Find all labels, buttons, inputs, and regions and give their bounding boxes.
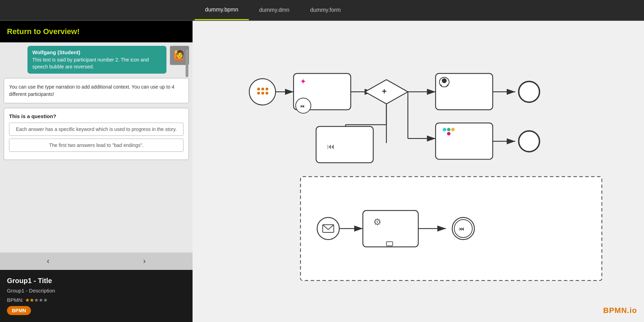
tab-bar: dummy.bpmn dummy.dmn dummy.form [0, 0, 644, 21]
svg-text:⚙: ⚙ [373, 217, 381, 227]
bpmn-watermark: BPMN.io [603, 306, 637, 315]
tab-bpmn[interactable]: dummy.bpmn [195, 0, 249, 20]
tab-form[interactable]: dummy.form [300, 0, 351, 20]
svg-rect-27 [316, 126, 373, 163]
speech-bubble: Wolfgang (Student) This text is said by … [27, 46, 166, 74]
svg-point-3 [261, 88, 264, 90]
svg-text:+: + [382, 86, 387, 96]
speaker-name: Wolfgang (Student) [32, 49, 162, 55]
svg-point-23 [519, 81, 540, 102]
tab-form-label: dummy.form [310, 7, 341, 13]
prev-button[interactable]: ‹ [0, 253, 96, 270]
bpmn-watermark-text: BPMN [603, 306, 627, 315]
next-button[interactable]: › [96, 253, 193, 270]
tab-dmn[interactable]: dummy.dmn [249, 0, 300, 20]
svg-point-19 [442, 78, 447, 83]
svg-point-40 [519, 131, 540, 152]
stars-filled: ★★ [25, 297, 34, 303]
tab-dmn-label: dummy.dmn [259, 7, 290, 13]
svg-point-2 [257, 88, 260, 90]
question-container: This is a question? Each answer has a sp… [3, 108, 189, 160]
question-title: This is a question? [9, 113, 184, 119]
left-panel: Return to Overview! 🙋 Wolfgang (Student)… [0, 21, 193, 322]
bpmn-label-text: BPMN: [7, 297, 24, 303]
story-panel: 🙋 Wolfgang (Student) This text is said b… [0, 42, 193, 253]
svg-text:⏮: ⏮ [327, 142, 335, 151]
narration-box: You can use the type narration to add ad… [3, 78, 189, 104]
bpmn-rating-label: BPMN: ★★★★★ [7, 297, 186, 303]
svg-point-35 [443, 128, 446, 131]
bpmn-tag: BPMN [7, 306, 31, 315]
bpmn-watermark-suffix: .io [627, 306, 637, 315]
stars-empty: ★★★ [34, 297, 48, 303]
svg-text:⏮: ⏮ [300, 103, 305, 109]
chat-container: 🙋 Wolfgang (Student) This text is said b… [3, 46, 189, 74]
svg-point-42 [317, 217, 340, 240]
narration-text: You can use the type narration to add ad… [9, 84, 174, 97]
group-title: Group1 - Title [7, 277, 186, 285]
scrollbar-thumb[interactable] [186, 49, 188, 77]
svg-text:✦: ✦ [300, 77, 306, 86]
svg-point-1 [249, 79, 276, 105]
svg-point-5 [257, 92, 260, 94]
answer-option-2[interactable]: The first two answers lead to "bad endin… [9, 139, 184, 152]
svg-point-4 [266, 88, 268, 90]
nav-buttons: ‹ › [0, 253, 193, 270]
svg-text:⏮: ⏮ [459, 226, 464, 232]
svg-point-37 [451, 128, 455, 131]
group-info: Group1 - Title Group1 - Description BPMN… [0, 270, 193, 322]
svg-point-6 [261, 92, 264, 94]
svg-point-36 [447, 128, 450, 131]
svg-point-38 [447, 132, 450, 135]
return-button[interactable]: Return to Overview! [0, 21, 193, 42]
main-content: Return to Overview! 🙋 Wolfgang (Student)… [0, 21, 644, 322]
group-description: Group1 - Description [7, 288, 186, 294]
tab-bpmn-label: dummy.bpmn [205, 7, 238, 13]
diagram-panel: ✦ ⏮ + [193, 21, 644, 322]
speaker-text: This text is said by participant number … [32, 57, 162, 70]
bpmn-diagram: ✦ ⏮ + [193, 21, 644, 322]
svg-point-7 [266, 92, 268, 94]
answer-option-1[interactable]: Each answer has a specific keyword which… [9, 123, 184, 136]
